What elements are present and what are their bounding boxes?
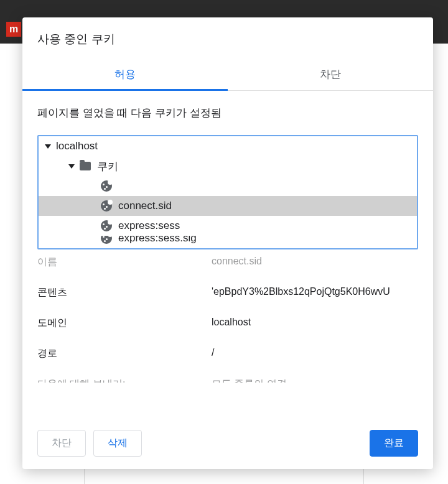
tree-cookie-row[interactable]: express:sess.sig	[39, 236, 417, 248]
cookie-icon	[101, 200, 112, 212]
tab-allow[interactable]: 허용	[22, 60, 228, 90]
tree-cookie-label: connect.sid	[118, 200, 172, 212]
detail-value: /	[212, 347, 418, 360]
detail-value: 모든 종류의 연결	[212, 378, 418, 383]
dialog-title: 사용 중인 쿠키	[22, 17, 433, 60]
tree-cookie-row[interactable]	[39, 176, 417, 196]
tree-host-row[interactable]: localhost	[39, 136, 417, 156]
cookie-icon	[101, 180, 112, 192]
done-button[interactable]: 완료	[370, 430, 418, 457]
folder-icon	[80, 162, 91, 170]
detail-row-path: 경로 /	[37, 338, 418, 369]
detail-row-name: 이름 connect.sid	[37, 253, 418, 277]
block-button[interactable]: 차단	[37, 430, 86, 457]
cookies-dialog: 사용 중인 쿠키 허용 차단 페이지를 열었을 때 다음 쿠키가 설정됨 loc…	[22, 17, 433, 469]
chevron-down-icon	[68, 164, 75, 169]
cookie-details: 이름 connect.sid 콘텐츠 'epBpdY3%2Blbxs12qPoj…	[37, 253, 418, 419]
browser-top-bar	[0, 0, 448, 19]
detail-value: 'epBpdY3%2Blbxs12qPojQtg5K0H6wvU	[212, 286, 418, 299]
tree-cookie-row-selected[interactable]: connect.sid	[39, 196, 417, 216]
detail-label: 다음에 대해 보내기:	[37, 378, 212, 383]
detail-row-content: 콘텐츠 'epBpdY3%2Blbxs12qPojQtg5K0H6wvU	[37, 277, 418, 308]
dialog-footer: 차단 삭제 완료	[22, 419, 433, 469]
detail-label: 이름	[37, 256, 212, 269]
cookie-tree[interactable]: localhost 쿠키 connect.sid	[37, 135, 418, 249]
tab-block[interactable]: 차단	[228, 60, 433, 90]
tree-folder-label: 쿠키	[97, 159, 118, 174]
tree-cookie-label: express:sess.sig	[118, 236, 197, 244]
dialog-body: 페이지를 열었을 때 다음 쿠키가 설정됨 localhost 쿠키	[22, 91, 433, 419]
detail-label: 콘텐츠	[37, 286, 212, 299]
delete-button[interactable]: 삭제	[93, 430, 142, 457]
detail-label: 경로	[37, 347, 212, 360]
tree-host-label: localhost	[56, 140, 98, 152]
site-logo: m	[6, 22, 21, 37]
detail-value: localhost	[212, 317, 418, 330]
cookie-icon	[101, 236, 112, 244]
tree-cookie-row[interactable]: express:sess	[39, 216, 417, 236]
detail-row-domain: 도메인 localhost	[37, 308, 418, 338]
cookie-icon	[101, 220, 112, 231]
tree-folder-row[interactable]: 쿠키	[39, 156, 417, 176]
chevron-down-icon	[45, 144, 51, 149]
tabs-container: 허용 차단	[22, 60, 433, 91]
detail-row-send: 다음에 대해 보내기: 모든 종류의 연결	[37, 369, 418, 383]
detail-label: 도메인	[37, 317, 212, 330]
detail-value: connect.sid	[212, 256, 418, 269]
tree-cookie-label: express:sess	[118, 220, 180, 232]
dialog-description: 페이지를 열었을 때 다음 쿠키가 설정됨	[37, 106, 418, 120]
